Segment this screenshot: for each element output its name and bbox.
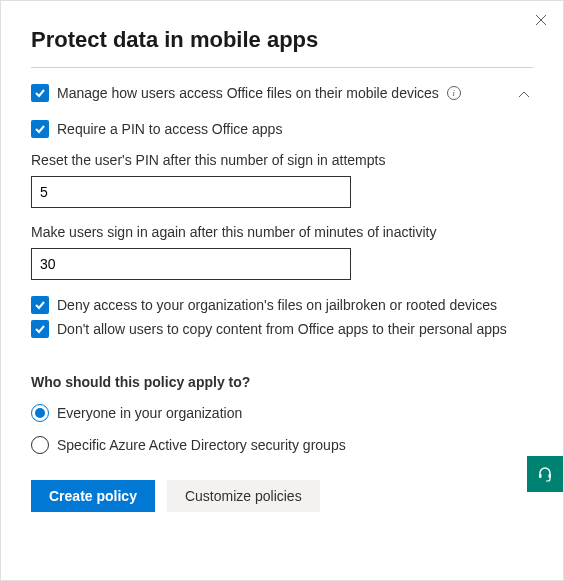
headset-icon [537, 466, 553, 482]
label-reset-pin: Reset the user's PIN after this number o… [31, 152, 533, 168]
collapse-toggle[interactable] [515, 86, 533, 107]
checkbox-require-pin[interactable] [31, 120, 49, 138]
close-button[interactable] [531, 9, 551, 33]
label-everyone: Everyone in your organization [57, 405, 242, 422]
check-icon [34, 299, 46, 311]
input-inactivity-minutes[interactable] [31, 248, 351, 280]
radio-groups[interactable] [31, 436, 49, 454]
help-widget[interactable] [527, 456, 563, 492]
create-policy-button[interactable]: Create policy [31, 480, 155, 512]
label-deny-jailbroken: Deny access to your organization's files… [57, 297, 497, 314]
check-icon [34, 123, 46, 135]
info-icon[interactable]: i [447, 86, 461, 100]
close-icon [535, 14, 547, 26]
input-reset-pin-attempts[interactable] [31, 176, 351, 208]
apply-heading: Who should this policy apply to? [31, 374, 533, 390]
label-groups: Specific Azure Active Directory security… [57, 437, 346, 454]
checkbox-deny-jailbroken[interactable] [31, 296, 49, 314]
label-no-copy: Don't allow users to copy content from O… [57, 321, 507, 338]
check-icon [34, 87, 46, 99]
check-icon [34, 323, 46, 335]
svg-rect-1 [549, 474, 552, 478]
label-inactivity: Make users sign in again after this numb… [31, 224, 533, 240]
svg-rect-0 [539, 474, 542, 478]
page-title: Protect data in mobile apps [31, 27, 533, 53]
checkbox-manage-access[interactable] [31, 84, 49, 102]
checkbox-no-copy[interactable] [31, 320, 49, 338]
label-require-pin: Require a PIN to access Office apps [57, 121, 282, 138]
label-manage-access: Manage how users access Office files on … [57, 85, 439, 102]
divider [31, 67, 533, 68]
customize-policies-button[interactable]: Customize policies [167, 480, 320, 512]
radio-everyone[interactable] [31, 404, 49, 422]
chevron-up-icon [517, 88, 531, 102]
